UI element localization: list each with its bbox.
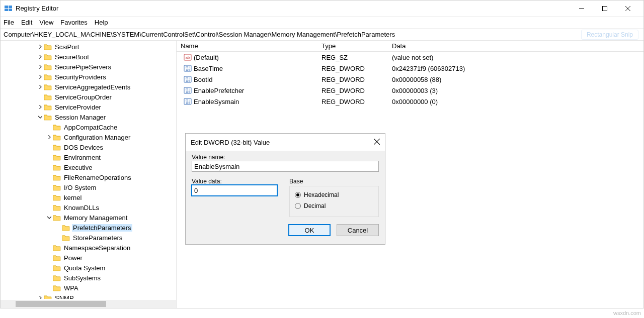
tree-item-label: kernel bbox=[63, 194, 83, 201]
tree-item[interactable]: kernel bbox=[1, 192, 168, 202]
tree-item[interactable]: Environment bbox=[1, 152, 168, 162]
value-name-input[interactable] bbox=[192, 161, 379, 172]
dialog-close-button[interactable] bbox=[374, 139, 380, 146]
tree-item[interactable]: KnownDLLs bbox=[1, 202, 168, 213]
folder-icon bbox=[44, 294, 52, 299]
chevron-right-icon[interactable] bbox=[37, 103, 44, 111]
column-header-name[interactable]: Name bbox=[177, 41, 317, 51]
tree-item[interactable]: FileRenameOperations bbox=[1, 172, 168, 182]
menu-help[interactable]: Help bbox=[95, 19, 108, 26]
menu-favorites[interactable]: Favorites bbox=[60, 19, 87, 26]
address-bar[interactable]: Computer\HKEY_LOCAL_MACHINE\SYSTEM\Curre… bbox=[1, 29, 643, 41]
tree-item[interactable]: Configuration Manager bbox=[1, 132, 168, 142]
folder-icon bbox=[44, 63, 52, 70]
folder-icon bbox=[53, 184, 61, 191]
tree-item-label: DOS Devices bbox=[63, 144, 104, 151]
tree-item[interactable]: Executive bbox=[1, 162, 168, 172]
chevron-right-icon[interactable] bbox=[37, 43, 44, 50]
minimize-button[interactable] bbox=[570, 1, 593, 16]
menu-view[interactable]: View bbox=[39, 19, 53, 26]
tree-item[interactable]: ScsiPort bbox=[1, 42, 168, 52]
value-data-input[interactable] bbox=[192, 185, 277, 196]
value-name: EnableSysmain bbox=[194, 98, 239, 105]
tree-item-label: Environment bbox=[63, 154, 102, 161]
watermark: wsxdn.com bbox=[613, 310, 641, 316]
tree-item-label: I/O System bbox=[63, 184, 97, 191]
tree-horizontal-scrollbar[interactable] bbox=[1, 300, 176, 308]
tree-item[interactable]: Session Manager bbox=[1, 112, 168, 122]
radio-hexadecimal[interactable]: Hexadecimal bbox=[295, 189, 373, 200]
tree-pane: ScsiPortSecureBootSecurePipeServersSecur… bbox=[1, 41, 177, 308]
chevron-right-icon[interactable] bbox=[37, 294, 44, 299]
chevron-right-icon[interactable] bbox=[37, 53, 44, 60]
chevron-right-icon[interactable] bbox=[37, 73, 44, 80]
chevron-right-icon[interactable] bbox=[37, 63, 44, 70]
tree-item[interactable]: ServiceGroupOrder bbox=[1, 92, 168, 102]
tree-item-label: StoreParameters bbox=[72, 234, 123, 242]
svg-text:110: 110 bbox=[186, 101, 190, 104]
tree-item[interactable]: PrefetchParameters bbox=[1, 223, 168, 233]
folder-icon bbox=[53, 254, 61, 261]
tree-item[interactable]: Power bbox=[1, 253, 168, 263]
tree-item[interactable]: StoreParameters bbox=[1, 233, 168, 243]
close-button[interactable] bbox=[616, 1, 639, 16]
tree-item[interactable]: Memory Management bbox=[1, 213, 168, 223]
chevron-down-icon[interactable] bbox=[37, 114, 44, 121]
expander-none bbox=[46, 254, 53, 261]
menu-bar: File Edit View Favorites Help bbox=[1, 17, 643, 29]
expander-none bbox=[37, 93, 44, 100]
expander-none bbox=[46, 204, 53, 211]
expander-none bbox=[55, 224, 62, 231]
value-row[interactable]: 011110BootIdREG_DWORD0x00000058 (88) bbox=[177, 74, 643, 85]
expander-none bbox=[55, 234, 62, 241]
tree-item[interactable]: Quota System bbox=[1, 263, 168, 273]
chevron-down-icon[interactable] bbox=[46, 214, 53, 221]
value-row[interactable]: ab(Default)REG_SZ(value not set) bbox=[177, 52, 643, 63]
svg-text:110: 110 bbox=[186, 79, 190, 82]
value-row[interactable]: 011110BaseTimeREG_DWORD0x242371f9 (60630… bbox=[177, 63, 643, 74]
expander-none bbox=[46, 274, 53, 281]
column-header-type[interactable]: Type bbox=[317, 41, 388, 51]
tree-item-label: SNMP bbox=[54, 294, 75, 299]
chevron-right-icon[interactable] bbox=[46, 134, 53, 141]
expander-none bbox=[46, 184, 53, 191]
value-type: REG_DWORD bbox=[317, 65, 388, 72]
tree-item[interactable]: NamespaceSeparation bbox=[1, 243, 168, 253]
radio-dot-icon bbox=[295, 203, 301, 209]
window-title: Registry Editor bbox=[16, 5, 58, 12]
svg-text:110: 110 bbox=[186, 90, 190, 93]
tree-item[interactable]: SubSystems bbox=[1, 273, 168, 283]
registry-tree[interactable]: ScsiPortSecureBootSecurePipeServersSecur… bbox=[1, 41, 168, 299]
tree-item[interactable]: ServiceAggregatedEvents bbox=[1, 82, 168, 92]
menu-edit[interactable]: Edit bbox=[21, 19, 32, 26]
value-row[interactable]: 011110EnablePrefetcherREG_DWORD0x0000000… bbox=[177, 85, 643, 96]
tree-item-label: ScsiPort bbox=[54, 43, 80, 51]
maximize-button[interactable] bbox=[593, 1, 616, 16]
value-name: (Default) bbox=[194, 54, 219, 61]
value-row[interactable]: 011110EnableSysmainREG_DWORD0x00000000 (… bbox=[177, 96, 643, 107]
tree-item-label: PrefetchParameters bbox=[72, 224, 132, 232]
menu-file[interactable]: File bbox=[4, 19, 14, 26]
tree-item[interactable]: SecurityProviders bbox=[1, 72, 168, 82]
tree-item[interactable]: SecurePipeServers bbox=[1, 62, 168, 72]
tree-item[interactable]: SNMP bbox=[1, 293, 168, 299]
tree-item[interactable]: SecureBoot bbox=[1, 52, 168, 62]
chevron-right-icon[interactable] bbox=[37, 83, 44, 90]
tree-item-label: WPA bbox=[63, 284, 79, 292]
tree-item[interactable]: AppCompatCache bbox=[1, 122, 168, 132]
values-header: Name Type Data bbox=[177, 41, 643, 52]
dword-value-icon: 011110 bbox=[184, 97, 192, 105]
tree-item[interactable]: I/O System bbox=[1, 182, 168, 192]
tree-item[interactable]: ServiceProvider bbox=[1, 102, 168, 112]
svg-rect-2 bbox=[5, 9, 8, 11]
tree-item-label: ServiceGroupOrder bbox=[54, 93, 113, 101]
tree-item-label: Executive bbox=[63, 164, 93, 171]
radio-decimal[interactable]: Decimal bbox=[295, 200, 373, 211]
tree-item[interactable]: WPA bbox=[1, 283, 168, 293]
column-header-data[interactable]: Data bbox=[388, 41, 643, 51]
snip-overlay: Rectangular Snip bbox=[581, 30, 638, 40]
value-data-label: Value data: bbox=[192, 178, 277, 185]
tree-item[interactable]: DOS Devices bbox=[1, 142, 168, 152]
cancel-button[interactable]: Cancel bbox=[337, 224, 379, 236]
ok-button[interactable]: OK bbox=[288, 224, 331, 236]
